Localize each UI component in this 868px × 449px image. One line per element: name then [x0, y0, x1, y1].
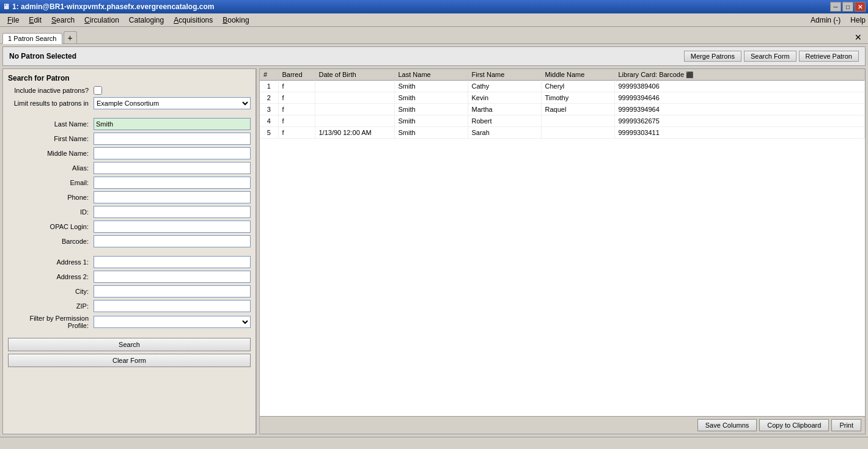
tab-bar-left: 1 Patron Search + [2, 31, 77, 43]
bottom-bar: Save Columns Copy to Clipboard Print [260, 416, 865, 434]
search-form-button[interactable]: Search Form [744, 51, 796, 62]
table-cell: 4 [260, 115, 278, 127]
save-columns-button[interactable]: Save Columns [697, 419, 757, 431]
filter-permission-select[interactable] [94, 316, 251, 328]
firstname-input[interactable] [94, 133, 251, 145]
email-row: Email: [8, 177, 251, 189]
table-cell: 99999362675 [614, 115, 865, 127]
lastname-input[interactable] [94, 118, 251, 130]
results-table-container: # Barred Date of Birth Last Name First N… [260, 69, 865, 416]
table-row[interactable]: 1fSmithCathyCheryl99999389406 [260, 81, 865, 92]
address1-input[interactable] [94, 256, 251, 268]
admin-label[interactable]: Admin (-) [811, 16, 840, 24]
email-input[interactable] [94, 177, 251, 189]
middlename-label: Middle Name: [8, 150, 94, 157]
table-cell: 99999394964 [614, 104, 865, 115]
middlename-input[interactable] [94, 147, 251, 159]
table-cell [315, 92, 394, 104]
patron-search-tab[interactable]: 1 Patron Search [2, 33, 62, 44]
copy-clipboard-button[interactable]: Copy to Clipboard [759, 419, 829, 431]
address2-row: Address 2: [8, 271, 251, 283]
address2-label: Address 2: [8, 273, 94, 280]
firstname-label: First Name: [8, 135, 94, 142]
tab-close-button[interactable]: ✕ [851, 31, 866, 43]
address1-row: Address 1: [8, 256, 251, 268]
menu-cataloging[interactable]: Cataloging [124, 15, 169, 26]
barcode-row: Barcode: [8, 235, 251, 247]
title-bar-text: 1: admin@BR1-winxpvmfx.phasefx.evergreen… [12, 2, 214, 11]
table-cell: Kevin [468, 92, 541, 104]
lastname-label: Last Name: [8, 120, 94, 128]
results-table-body: 1fSmithCathyCheryl999993894062fSmithKevi… [260, 81, 865, 139]
table-cell: 1 [260, 81, 278, 92]
col-header-num[interactable]: # [260, 69, 278, 81]
table-cell: f [278, 115, 315, 127]
col-header-middlename[interactable]: Middle Name [541, 69, 614, 81]
minimize-button[interactable]: ─ [830, 2, 841, 12]
table-cell: f [278, 81, 315, 92]
table-cell: 1/13/90 12:00 AM [315, 127, 394, 139]
table-row[interactable]: 2fSmithKevinTimothy99999394646 [260, 92, 865, 104]
lastname-row: Last Name: [8, 118, 251, 130]
table-row[interactable]: 5f1/13/90 12:00 AMSmithSarah99999303411 [260, 127, 865, 139]
filter-permission-row: Filter by Permission Profile: [8, 315, 251, 329]
add-tab-button[interactable]: + [64, 31, 77, 43]
alias-input[interactable] [94, 162, 251, 174]
city-input[interactable] [94, 285, 251, 298]
col-header-dob[interactable]: Date of Birth [315, 69, 394, 81]
limit-results-select[interactable]: Example Consortium [94, 97, 251, 109]
menu-search[interactable]: Search [46, 15, 79, 26]
table-cell: Smith [394, 127, 468, 139]
menu-circulation[interactable]: Circulation [79, 15, 124, 26]
title-bar: 🖥 1: admin@BR1-winxpvmfx.phasefx.evergre… [0, 0, 868, 13]
table-cell: Smith [394, 81, 468, 92]
col-header-barred[interactable]: Barred [278, 69, 315, 81]
address2-input[interactable] [94, 271, 251, 283]
help-label[interactable]: Help [850, 16, 866, 24]
include-inactive-label: Include inactive patrons? [8, 87, 94, 94]
menu-edit[interactable]: Edit [24, 15, 46, 26]
menu-acquisitions[interactable]: Acquisitions [169, 15, 218, 26]
include-inactive-checkbox[interactable] [94, 86, 102, 95]
title-bar-controls: ─ □ ✕ [830, 2, 866, 12]
table-cell: Timothy [541, 92, 614, 104]
patron-status: No Patron Selected [9, 52, 76, 60]
barcode-input[interactable] [94, 235, 251, 247]
sort-icon: ⬛ [686, 71, 693, 78]
retrieve-patron-button[interactable]: Retrieve Patron [799, 51, 859, 62]
id-input[interactable] [94, 206, 251, 218]
phone-row: Phone: [8, 191, 251, 203]
clear-form-button[interactable]: Clear Form [8, 354, 251, 367]
table-row[interactable]: 4fSmithRobert99999362675 [260, 115, 865, 127]
include-inactive-row: Include inactive patrons? [8, 86, 251, 95]
maximize-button[interactable]: □ [842, 2, 853, 12]
table-cell [541, 127, 614, 139]
opac-login-input[interactable] [94, 221, 251, 233]
print-button[interactable]: Print [831, 419, 861, 431]
table-cell: f [278, 104, 315, 115]
alias-row: Alias: [8, 162, 251, 174]
col-header-lastname[interactable]: Last Name [394, 69, 468, 81]
admin-bar: Admin (-) Help [811, 16, 866, 24]
phone-label: Phone: [8, 194, 94, 201]
col-header-barcode[interactable]: Library Card: Barcode ⬛ [614, 69, 865, 81]
results-panel: # Barred Date of Birth Last Name First N… [260, 68, 866, 434]
table-row[interactable]: 3fSmithMarthaRaquel99999394964 [260, 104, 865, 115]
menu-file[interactable]: File [2, 15, 24, 26]
merge-patrons-button[interactable]: Merge Patrons [684, 51, 741, 62]
results-table-header: # Barred Date of Birth Last Name First N… [260, 69, 865, 81]
search-button[interactable]: Search [8, 338, 251, 351]
status-bar [0, 437, 868, 449]
close-button[interactable]: ✕ [855, 2, 866, 12]
address1-label: Address 1: [8, 258, 94, 266]
phone-input[interactable] [94, 191, 251, 203]
middlename-row: Middle Name: [8, 147, 251, 159]
app-icon: 🖥 [2, 2, 10, 11]
col-header-firstname[interactable]: First Name [468, 69, 541, 81]
zip-input[interactable] [94, 300, 251, 312]
zip-row: ZIP: [8, 300, 251, 312]
table-cell: 99999303411 [614, 127, 865, 139]
table-cell: 99999394646 [614, 92, 865, 104]
menu-booking[interactable]: Booking [218, 15, 254, 26]
table-cell [541, 115, 614, 127]
